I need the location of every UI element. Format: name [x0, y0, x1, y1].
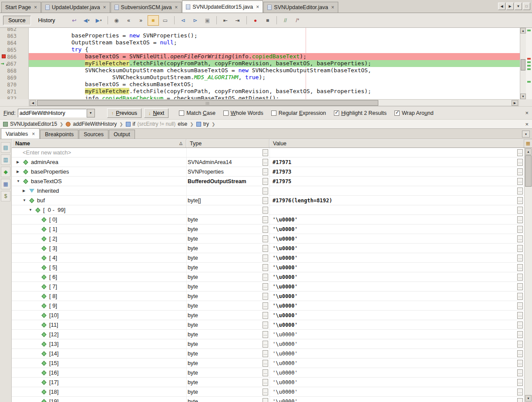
type-edit-button[interactable]: …: [263, 149, 268, 156]
start-macro-recording-button[interactable]: ●: [250, 15, 261, 26]
error-stripe-mark[interactable]: [527, 68, 531, 70]
scroll-down-button[interactable]: ▼: [520, 94, 526, 99]
table-row[interactable]: [ 2]byte…'\u0000'…: [12, 234, 524, 244]
table-row[interactable]: [12]byte…'\u0000'…: [12, 330, 524, 339]
error-stripe-mark[interactable]: [527, 65, 531, 67]
value-edit-button[interactable]: …: [517, 379, 523, 386]
scroll-down-button[interactable]: ▼: [525, 395, 532, 402]
breadcrumb-item[interactable]: if (srcEntry != null) else: [126, 121, 188, 127]
source-view-button[interactable]: Source: [3, 16, 31, 25]
editor-tab[interactable]: SubversionSCM.java×: [111, 2, 182, 13]
value-edit-button[interactable]: …: [517, 341, 523, 348]
type-edit-button[interactable]: …: [263, 302, 268, 309]
editor-tab[interactable]: SVNUpdateEditor15.java×: [182, 0, 263, 13]
scroll-up-button[interactable]: ▲: [520, 28, 526, 34]
type-edit-button[interactable]: …: [263, 360, 268, 367]
tab-close-icon[interactable]: ×: [34, 5, 37, 10]
table-row[interactable]: ▶basePropertiesSVNProperties…#17973…: [12, 167, 524, 177]
editor-tab[interactable]: SVNUpdateEditor.java×: [263, 2, 338, 13]
find-previous-button[interactable]: «: [123, 15, 135, 26]
error-stripe[interactable]: [526, 28, 532, 99]
value-edit-button[interactable]: …: [517, 398, 523, 402]
code-text[interactable]: SVNChecksumOutputStream.MD5_ALGORITHM, t…: [29, 74, 520, 81]
find-selection-button[interactable]: ◉: [111, 15, 122, 26]
table-row[interactable]: [15]byte…'\u0000'…: [12, 358, 524, 368]
value-edit-button[interactable]: …: [517, 312, 523, 319]
collapse-toggle-icon[interactable]: ▼: [17, 179, 23, 183]
table-row[interactable]: [ 3]byte…'\u0000'…: [12, 244, 524, 253]
value-edit-button[interactable]: …: [517, 389, 523, 395]
scroll-tabs-right-button[interactable]: ▶: [506, 3, 514, 10]
whole-words-checkbox[interactable]: Whole Words: [223, 110, 263, 116]
new-watch-placeholder[interactable]: <Enter new watch>: [23, 149, 71, 156]
value-edit-button[interactable]: …: [517, 331, 523, 338]
expand-toggle-icon[interactable]: ▶: [23, 189, 29, 193]
type-edit-button[interactable]: …: [263, 369, 268, 376]
value-edit-button[interactable]: …: [517, 178, 523, 185]
stop-macro-recording-button[interactable]: ■: [262, 15, 273, 26]
type-edit-button[interactable]: …: [263, 341, 268, 348]
toggle-highlight-search-button[interactable]: ■: [148, 15, 159, 26]
gutter-cell[interactable]: 868: [0, 67, 29, 74]
type-edit-button[interactable]: …: [263, 274, 268, 281]
wrap-around-checkbox[interactable]: ✓Wrap Around: [394, 110, 434, 116]
checkbox[interactable]: [179, 111, 184, 116]
checkbox[interactable]: [223, 111, 229, 116]
gutter-cell[interactable]: 869: [0, 74, 29, 81]
expand-toggle-icon[interactable]: ▶: [17, 170, 23, 174]
next-bookmark-button[interactable]: ⊳: [190, 15, 201, 26]
close-search-bar-icon[interactable]: ×: [525, 110, 529, 116]
table-row[interactable]: [ 1]byte…'\u0000'…: [12, 224, 524, 234]
column-header-name[interactable]: Name△: [12, 139, 186, 147]
gutter-cell[interactable]: 867→↓: [0, 60, 29, 67]
table-row[interactable]: [10]byte…'\u0000'…: [12, 311, 524, 320]
type-edit-button[interactable]: …: [263, 235, 268, 242]
close-breadcrumb-icon[interactable]: ×: [525, 121, 529, 127]
value-edit-button[interactable]: …: [517, 245, 523, 252]
table-row[interactable]: [ 0]byte…'\u0000'…: [12, 215, 524, 224]
table-row[interactable]: [16]byte…'\u0000'…: [12, 368, 524, 378]
checkbox[interactable]: [271, 111, 276, 116]
variables-scrollbar[interactable]: ▲ ▼: [524, 148, 532, 402]
match-case-checkbox[interactable]: Match Case: [179, 110, 215, 116]
toggle-bookmark-button[interactable]: ▣: [202, 15, 213, 26]
table-row[interactable]: [18]byte…'\u0000'…: [12, 387, 524, 397]
minimize-window-group-button[interactable]: ▾: [522, 131, 530, 137]
find-input[interactable]: [18, 109, 87, 117]
collapse-toggle-icon[interactable]: ▼: [29, 208, 35, 212]
type-edit-button[interactable]: …: [263, 312, 268, 319]
value-edit-button[interactable]: …: [517, 197, 523, 204]
type-edit-button[interactable]: …: [263, 293, 268, 300]
error-stripe-mark[interactable]: [527, 30, 531, 31]
value-edit-button[interactable]: …: [517, 293, 523, 300]
maximize-window-button[interactable]: □: [523, 3, 530, 10]
tab-variables[interactable]: Variables×: [1, 128, 40, 139]
type-edit-button[interactable]: …: [263, 159, 268, 166]
tab-close-icon[interactable]: ×: [32, 132, 35, 136]
code-text[interactable]: OutputStream baseTextOS = null;: [29, 39, 520, 46]
table-row[interactable]: ▼baseTextOSBufferedOutputStream…#17975…: [12, 177, 524, 186]
show-evaluation-result-button[interactable]: ▤: [1, 142, 10, 153]
type-edit-button[interactable]: …: [263, 226, 268, 233]
find-previous-button[interactable]: ↑Previous: [107, 108, 141, 118]
expand-toggle-icon[interactable]: ▶: [17, 160, 23, 164]
type-edit-button[interactable]: …: [263, 389, 268, 395]
value-edit-button[interactable]: …: [517, 360, 523, 367]
vertical-scrollbar-thumb[interactable]: [521, 59, 525, 70]
breadcrumb-item[interactable]: try: [196, 121, 209, 127]
previous-bookmark-button[interactable]: ⊲: [178, 15, 189, 26]
type-edit-button[interactable]: …: [263, 245, 268, 252]
last-edit-location-button[interactable]: ↩: [69, 15, 80, 26]
type-edit-button[interactable]: …: [263, 168, 268, 175]
error-stripe-mark[interactable]: [527, 81, 531, 83]
table-row[interactable]: [17]byte…'\u0000'…: [12, 378, 524, 387]
checkbox[interactable]: ✓: [334, 111, 339, 116]
column-header-type[interactable]: Type: [186, 139, 269, 147]
code-text[interactable]: try {: [29, 46, 520, 53]
table-row[interactable]: ▶adminAreaSVNAdminArea14…#17971…: [12, 157, 524, 167]
tab-breakpoints[interactable]: Breakpoints: [40, 130, 78, 139]
table-row[interactable]: [ 6]byte…'\u0000'…: [12, 272, 524, 282]
scroll-up-button[interactable]: ▲: [525, 148, 532, 155]
checkbox[interactable]: ✓: [394, 111, 400, 116]
value-edit-button[interactable]: …: [517, 188, 523, 194]
